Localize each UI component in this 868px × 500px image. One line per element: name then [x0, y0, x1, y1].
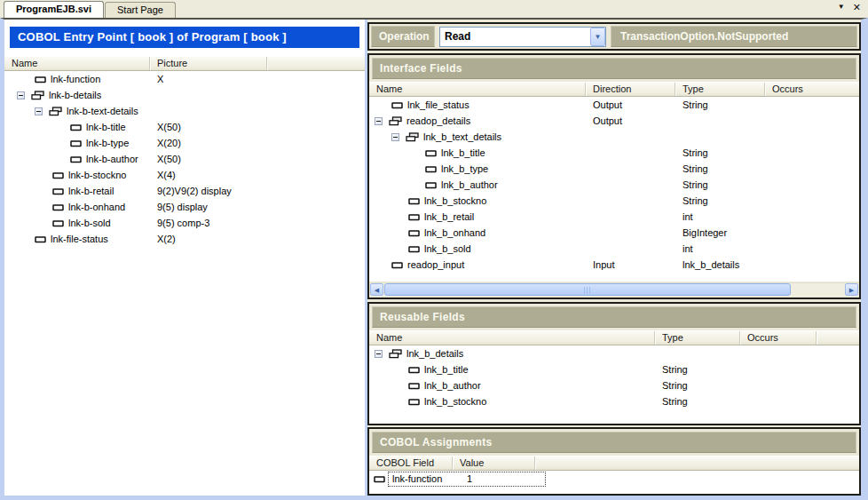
column-header-blank	[267, 57, 365, 70]
table-cell: X(4)	[150, 170, 267, 180]
table-row[interactable]: lnk_b_authorString	[369, 377, 859, 393]
table-cell: int	[675, 211, 765, 222]
row-label: lnk_b_onhand	[424, 227, 485, 238]
scrollbar-thumb[interactable]	[384, 283, 791, 296]
table-row[interactable]: lnk_b_retailint	[369, 209, 859, 225]
chevron-down-icon[interactable]: ▼	[590, 28, 605, 46]
cobol-assignments-panel: COBOL Assignments COBOL Field Value lnk-…	[367, 427, 861, 496]
field-icon	[408, 382, 420, 390]
close-icon[interactable]: ✕	[853, 2, 861, 12]
field-icon	[35, 75, 46, 83]
collapse-minus-icon[interactable]	[375, 350, 383, 358]
column-header-name[interactable]: Name	[369, 331, 655, 345]
table-row[interactable]: lnk-b-retail9(2)V9(2) display	[4, 183, 365, 199]
table-cell: String	[655, 364, 740, 375]
table-row[interactable]: lnk_file_statusOutputString	[369, 97, 859, 113]
row-label: lnk_b_text_details	[423, 131, 501, 142]
tree-name-cell: lnk_file_status	[369, 99, 586, 110]
operation-select[interactable]: Read ▼	[439, 27, 606, 47]
field-icon	[408, 366, 420, 374]
field-icon	[52, 171, 64, 179]
scroll-right-icon[interactable]: ▶	[845, 283, 858, 296]
column-header-occurs[interactable]: Occurs	[740, 331, 817, 345]
tree-name-cell: lnk_b_retail	[369, 211, 586, 222]
table-row[interactable]: lnk-b-onhand9(5) display	[4, 199, 365, 215]
table-row[interactable]: lnk-function1	[369, 471, 859, 487]
table-cell: 9(2)V9(2) display	[150, 186, 267, 196]
left-tree-rows: lnk-functionXlnk-b-detailslnk-b-text-det…	[4, 71, 365, 496]
column-header-type[interactable]: Type	[675, 83, 765, 96]
column-header-picture[interactable]: Picture	[150, 57, 267, 70]
cobol-field-cell[interactable]: lnk-function	[389, 473, 460, 484]
app-window: ProgramEJB.svi Start Page ▼ ✕ COBOL Entr…	[0, 0, 868, 500]
tab-list-dropdown-icon[interactable]: ▼	[838, 2, 845, 12]
field-icon	[52, 187, 64, 195]
struct-icon	[389, 349, 402, 359]
table-row[interactable]: lnk_b_stocknoString	[369, 393, 859, 409]
table-row[interactable]: lnk_b_soldint	[369, 241, 859, 257]
column-header-cobol-field[interactable]: COBOL Field	[369, 456, 453, 470]
table-row[interactable]: lnk_b_stocknoString	[369, 193, 859, 209]
column-header-occurs[interactable]: Occurs	[765, 83, 859, 96]
table-row[interactable]: readop_detailsOutput	[369, 113, 859, 129]
scrollbar-track[interactable]	[792, 283, 845, 297]
field-icon	[408, 197, 420, 205]
table-row[interactable]: lnk_b_typeString	[369, 161, 859, 177]
column-header-direction[interactable]: Direction	[586, 83, 675, 96]
cobol-entry-point-panel: COBOL Entry Point [ book ] of Program [ …	[4, 20, 367, 496]
tab-start-page[interactable]: Start Page	[105, 2, 176, 18]
table-row[interactable]: lnk-functionX	[4, 71, 365, 87]
column-header-name[interactable]: Name	[369, 83, 586, 96]
table-row[interactable]: lnk-b-text-details	[4, 103, 365, 119]
selected-assignment[interactable]: lnk-function1	[388, 472, 546, 487]
field-icon	[70, 123, 82, 131]
scroll-left-icon[interactable]: ◀	[370, 283, 383, 296]
operation-selected-value: Read	[440, 30, 590, 43]
table-cell: String	[675, 147, 765, 158]
table-cell: String	[675, 163, 765, 174]
collapse-minus-icon[interactable]	[375, 117, 383, 125]
table-row[interactable]: lnk-b-stocknoX(4)	[4, 167, 365, 183]
row-label: readop_input	[407, 259, 464, 270]
column-header-type[interactable]: Type	[655, 331, 740, 345]
table-row[interactable]: lnk_b_authorString	[369, 177, 859, 193]
row-label: readop_details	[406, 115, 470, 126]
tree-name-cell: lnk-b-author	[4, 154, 150, 164]
table-row[interactable]: lnk_b_onhandBigInteger	[369, 225, 859, 241]
table-row[interactable]: lnk-b-typeX(20)	[4, 135, 365, 151]
table-row[interactable]: lnk_b_titleString	[369, 361, 859, 377]
table-cell: BigInteger	[675, 227, 765, 238]
collapse-minus-icon[interactable]	[17, 91, 25, 99]
table-row[interactable]: lnk_b_text_details	[369, 129, 859, 145]
table-cell: Input	[586, 259, 675, 270]
tab-programejb-svi[interactable]: ProgramEJB.svi	[4, 1, 104, 18]
collapse-minus-icon[interactable]	[35, 107, 43, 115]
collapse-minus-icon[interactable]	[391, 133, 399, 141]
table-row[interactable]: lnk-b-authorX(50)	[4, 151, 365, 167]
row-label: lnk_b_title	[441, 147, 485, 158]
transaction-option-label: TransactionOption.NotSupported	[611, 26, 857, 47]
table-row[interactable]: lnk-b-sold9(5) comp-3	[4, 215, 365, 231]
table-row[interactable]: lnk_b_titleString	[369, 145, 859, 161]
struct-icon	[406, 132, 419, 142]
table-row[interactable]: lnk-b-titleX(50)	[4, 119, 365, 135]
struct-icon	[389, 116, 402, 126]
field-icon	[408, 245, 420, 253]
entry-point-title: COBOL Entry Point [ book ] of Program [ …	[10, 27, 359, 48]
table-cell: Output	[586, 115, 675, 126]
interface-fields-hscrollbar[interactable]: ◀ ▶	[370, 282, 858, 297]
row-label: lnk_b_details	[406, 348, 463, 359]
cobol-assignments-header: COBOL Assignments	[372, 432, 856, 453]
column-header-name[interactable]: Name	[4, 57, 150, 70]
table-cell: X	[150, 74, 267, 84]
row-label: lnk-b-stockno	[68, 170, 126, 180]
value-cell[interactable]: 1	[460, 473, 472, 484]
table-row[interactable]: lnk_b_details	[369, 345, 859, 361]
cobol-assignments-column-headers: COBOL Field Value	[369, 456, 859, 471]
column-header-value[interactable]: Value	[453, 456, 535, 470]
table-row[interactable]: lnk-file-statusX(2)	[4, 231, 365, 247]
table-row[interactable]: lnk-b-details	[4, 87, 365, 103]
table-cell: String	[675, 195, 765, 206]
table-row[interactable]: readop_inputInputlnk_b_details	[369, 257, 859, 273]
table-cell: String	[675, 179, 765, 190]
